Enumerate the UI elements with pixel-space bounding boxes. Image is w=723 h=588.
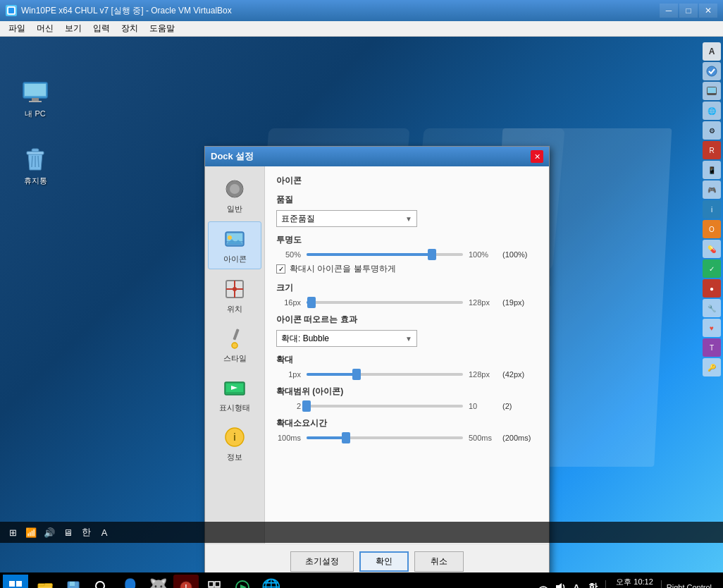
desktop: 내 PC 휴지통 A 🌐 ⚙ R 📱 🎮 i O (0, 37, 723, 572)
svg-rect-21 (233, 180, 236, 183)
taskbar-app1[interactable]: 🐺 (145, 575, 171, 588)
section-transparency-title: 투명도 (276, 234, 538, 246)
notif-icon-4[interactable]: 🖥 (61, 525, 75, 539)
sidebar-item-icon[interactable]: 아이콘 (208, 221, 261, 269)
right-icon-16[interactable]: T (703, 338, 721, 357)
zoom-range-track[interactable] (307, 405, 463, 408)
recycle-icon (21, 145, 49, 173)
quality-select[interactable]: 표준품질 ▼ (276, 210, 417, 227)
zoom-thumb[interactable] (352, 369, 361, 380)
svg-rect-45 (70, 582, 75, 586)
tray-clock[interactable]: 오후 10:12 2016-05-20 (611, 577, 656, 588)
sidebar-item-display[interactable]: 표시형태 (208, 371, 261, 417)
taskbar: 👤 🐺 ! 🌐 (0, 572, 723, 588)
cancel-button[interactable]: 취소 (414, 551, 464, 572)
right-icon-15[interactable]: ♥ (703, 319, 721, 337)
taskbar-explorer[interactable] (32, 575, 58, 588)
svg-point-28 (228, 235, 232, 240)
menu-device[interactable]: 장치 (116, 21, 144, 36)
zoom-time-thumb[interactable] (342, 432, 350, 443)
info-label: 정보 (227, 452, 242, 463)
reset-button[interactable]: 초기설정 (290, 551, 354, 572)
transparency-slider-row: 50% 100% (100%) (276, 250, 538, 259)
transparency-track[interactable] (307, 253, 463, 256)
right-icon-9[interactable]: i (703, 200, 721, 219)
taskbar-app2[interactable]: ! (173, 575, 199, 588)
notif-icon-2[interactable]: 📶 (24, 525, 38, 539)
sidebar-item-info[interactable]: i 정보 (208, 420, 261, 467)
maximize-button[interactable]: □ (679, 4, 698, 18)
sidebar-item-style[interactable]: 스타일 (208, 321, 261, 368)
right-icon-5[interactable]: ⚙ (703, 121, 721, 140)
taskbar-browser[interactable]: 🌐 (258, 575, 283, 588)
right-icon-14[interactable]: 🔧 (703, 299, 721, 317)
tray-volume-icon[interactable] (553, 580, 567, 588)
right-icon-11[interactable]: 💊 (703, 240, 721, 258)
taskbar-search[interactable] (89, 575, 114, 588)
tray-lang-a[interactable]: A (570, 582, 582, 589)
right-icon-1[interactable]: A (703, 42, 721, 61)
sidebar-item-general[interactable]: 일반 (208, 172, 261, 219)
svg-point-47 (96, 582, 104, 588)
general-icon (222, 176, 247, 202)
desktop-icon-recycle[interactable]: 휴지통 (11, 142, 60, 188)
size-track[interactable] (307, 301, 463, 304)
icon-icon (222, 226, 247, 252)
menu-help[interactable]: 도움말 (144, 21, 180, 36)
menu-view[interactable]: 보기 (59, 21, 87, 36)
tray-network-icon[interactable] (536, 580, 550, 588)
taskbar-grid[interactable] (202, 575, 227, 588)
right-icon-3[interactable] (703, 82, 721, 100)
dialog-buttons: 초기설정 확인 취소 (205, 544, 549, 572)
minimize-button[interactable]: ─ (660, 4, 678, 18)
close-button[interactable]: ✕ (699, 4, 717, 18)
transparency-thumb[interactable] (428, 249, 436, 260)
taskbar-save[interactable] (61, 575, 86, 588)
quality-dropdown-arrow: ▼ (405, 215, 412, 223)
right-icon-7[interactable]: 📱 (703, 161, 721, 179)
sidebar-item-position[interactable]: 위치 (208, 272, 261, 319)
menu-input[interactable]: 입력 (87, 21, 116, 36)
right-icon-12[interactable]: ✓ (703, 259, 721, 278)
svg-rect-24 (240, 188, 243, 190)
recycle-label: 휴지통 (13, 176, 57, 185)
size-thumb[interactable] (307, 297, 316, 308)
notif-icon-1[interactable]: ⊞ (6, 525, 20, 539)
svg-rect-40 (16, 581, 22, 587)
right-icon-17[interactable]: 🔑 (703, 358, 721, 376)
notif-icon-5[interactable]: 한 (79, 525, 93, 539)
display-label: 표시형태 (219, 403, 250, 413)
svg-text:i: i (233, 431, 236, 443)
notif-icon-3[interactable]: 🔊 (42, 525, 56, 539)
notif-icon-6[interactable]: A (97, 525, 111, 539)
desktop-icon-mypc[interactable]: 내 PC (11, 75, 60, 121)
right-icon-2[interactable] (703, 62, 721, 80)
svg-rect-52 (215, 582, 220, 587)
taskbar-user[interactable]: 👤 (117, 575, 142, 588)
zoom-time-min: 100ms (276, 434, 301, 442)
info-icon: i (222, 424, 247, 450)
tray-lang-han[interactable]: 한 (586, 581, 600, 588)
effect-select[interactable]: 확대: Bubble ▼ (276, 330, 417, 347)
taskbar-play[interactable] (230, 575, 255, 588)
section-zoom-title: 확대 (276, 354, 538, 366)
zoom-time-track[interactable] (307, 436, 463, 439)
icon-label: 아이콘 (223, 254, 247, 264)
menu-machine[interactable]: 머신 (31, 21, 59, 36)
ok-button[interactable]: 확인 (359, 551, 409, 572)
right-icon-13[interactable]: ● (703, 279, 721, 298)
style-label: 스타일 (223, 353, 247, 364)
right-icon-4[interactable]: 🌐 (703, 102, 721, 120)
transparency-checkbox[interactable]: ✓ (276, 264, 285, 274)
right-icon-10[interactable]: O (703, 220, 721, 238)
size-min: 16px (276, 298, 301, 307)
quality-select-value: 표준품질 (281, 213, 405, 225)
right-icon-8[interactable]: 🎮 (703, 180, 721, 199)
right-icon-6[interactable]: R (703, 141, 721, 159)
start-button[interactable] (3, 575, 28, 588)
dialog-close-button[interactable]: ✕ (531, 150, 543, 163)
menu-file[interactable]: 파일 (3, 21, 31, 36)
right-control-label: Right Control (667, 583, 715, 588)
zoom-range-thumb[interactable] (302, 400, 311, 412)
zoom-track[interactable] (307, 373, 463, 376)
